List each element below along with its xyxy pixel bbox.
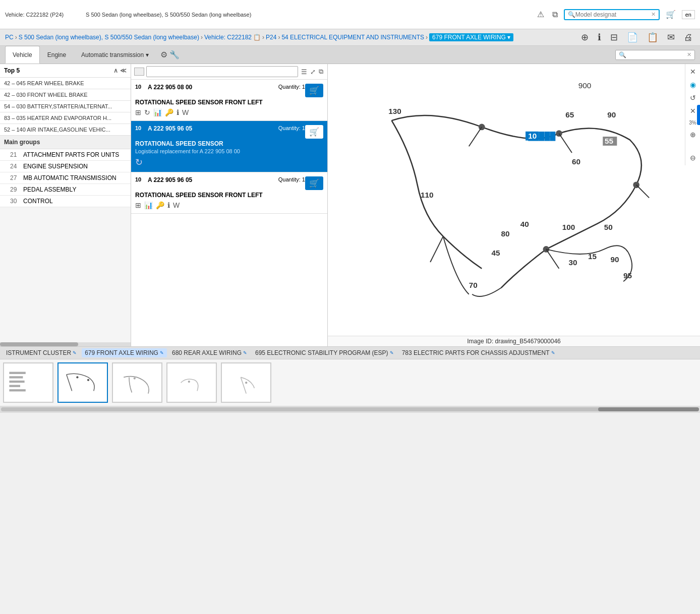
part-2-num: A 222 905 96 05 <box>148 176 278 183</box>
part-0-info-icon[interactable]: ℹ <box>177 108 179 116</box>
thumb-tab-3[interactable]: 695 ELECTRONIC STABILITY PROGRAM (ESP) ✎ <box>252 348 397 357</box>
thumb-tab-4-edit-icon[interactable]: ✎ <box>551 350 555 355</box>
clear-search-icon[interactable]: ✕ <box>651 11 656 18</box>
group-27[interactable]: 27 MB AUTOMATIC TRANSMISSION <box>0 172 131 184</box>
mail-icon[interactable]: ✉ <box>665 31 677 44</box>
part-0-wis-icon[interactable]: W <box>182 108 189 116</box>
part-0-cart-btn[interactable]: 🛒 <box>305 84 323 97</box>
parts-checkbox[interactable] <box>134 68 144 76</box>
part-0-grid-icon[interactable]: ⊞ <box>135 108 141 116</box>
diagram-panel: ✕ ◉ ↺ ✕ 3% ⊕ ⊖ <box>328 64 700 346</box>
copy-icon[interactable]: ⧉ <box>550 9 560 20</box>
group-24[interactable]: 24 ENGINE SUSPENSION <box>0 161 131 172</box>
part-2-grid-icon[interactable]: ⊞ <box>135 201 141 209</box>
sidebar-item-1[interactable]: 42 – 030 FRONT WHEEL BRAKE <box>0 89 131 101</box>
image-id-bar: Image ID: drawing_B54679000046 <box>328 336 700 346</box>
part-0-refresh-icon[interactable]: ↻ <box>144 108 150 116</box>
part-2-wis-icon[interactable]: W <box>173 201 180 209</box>
part-0-chart-icon[interactable]: 📊 <box>153 108 162 116</box>
crosshair-icon[interactable]: ✕ <box>688 105 697 116</box>
group-21-label: ATTACHMENT PARTS FOR UNITS <box>23 151 119 158</box>
tools-icon[interactable]: 🔧 <box>169 50 180 59</box>
thumb-tab-1-edit-icon[interactable]: ✎ <box>160 350 164 355</box>
thumb-tab-1[interactable]: 679 FRONT AXLE WIRING ✎ <box>82 348 167 357</box>
breadcrumb-679[interactable]: 679 FRONT AXLE WIRING ▾ <box>429 33 513 41</box>
tab-vehicle[interactable]: Vehicle <box>5 46 40 64</box>
thumb-tab-0-edit-icon[interactable]: ✎ <box>73 350 77 355</box>
breadcrumb-vehicle[interactable]: Vehicle: C222182 <box>204 34 252 41</box>
svg-rect-33 <box>9 385 20 387</box>
info-icon[interactable]: ℹ <box>596 31 603 44</box>
thumb-tab-2[interactable]: 680 REAR AXLE WIRING ✎ <box>169 348 250 357</box>
expand-icon[interactable]: ⤢ <box>309 67 317 77</box>
part-1-refresh-icon[interactable]: ↻ <box>135 157 143 168</box>
model-search-input[interactable] <box>575 11 651 18</box>
part-item-1[interactable]: 10 A 222 905 96 05 Quantity: 1 🛒 ROTATIO… <box>131 121 327 172</box>
part-item-2[interactable]: 10 A 222 905 96 05 Quantity: 1 🛒 ROTATIO… <box>131 172 327 214</box>
breadcrumb-54[interactable]: 54 ELECTRICAL EQUIPMENT AND INSTRUMENTS <box>281 34 424 41</box>
thumbnail-4[interactable] <box>221 362 271 403</box>
part-2-cart-btn[interactable]: 🛒 <box>305 176 323 190</box>
breadcrumb-pc[interactable]: PC <box>5 34 14 41</box>
thumbnail-2[interactable] <box>112 362 162 403</box>
part-0-icons: ⊞ ↻ 📊 🔑 ℹ W <box>135 108 323 116</box>
thumbnail-1[interactable] <box>57 362 108 403</box>
group-30[interactable]: 30 CONTROL <box>0 196 131 207</box>
svg-text:70: 70 <box>469 281 478 289</box>
warning-icon[interactable]: ⚠ <box>535 9 546 20</box>
copy-panel-icon[interactable]: ⧉ <box>318 67 324 77</box>
sidebar-item-0[interactable]: 42 – 045 REAR WHEEL BRAKE <box>0 78 131 89</box>
part-2-chart-icon[interactable]: 📊 <box>144 201 153 209</box>
sidebar-item-4[interactable]: 52 – 140 AIR INTAKE,GASOLINE VEHIC... <box>0 124 131 136</box>
zoom-plus-icon[interactable]: ⊕ <box>688 129 697 140</box>
breadcrumb-p24[interactable]: P24 <box>266 34 276 41</box>
settings-icon[interactable]: ⚙ <box>160 50 167 59</box>
document-icon[interactable]: 📄 <box>625 31 640 44</box>
cart-icon[interactable]: 🛒 <box>664 9 678 20</box>
tab-search-box[interactable]: 🔍 ✕ <box>615 50 695 60</box>
thumb-tab-4[interactable]: 783 ELECTRIC PARTS FOR CHASSIS ADJUSTMEN… <box>399 348 558 357</box>
print-icon[interactable]: 🖨 <box>682 31 695 44</box>
collapse-up-icon[interactable]: ∧ <box>113 67 118 74</box>
filter-icon[interactable]: ⊟ <box>608 31 620 44</box>
history-icon[interactable]: ↺ <box>688 92 697 103</box>
tab-search-input[interactable] <box>626 51 687 58</box>
circle-icon[interactable]: ◉ <box>688 79 697 90</box>
parts-search-input[interactable] <box>146 66 298 77</box>
svg-point-36 <box>87 379 89 381</box>
group-21[interactable]: 21 ATTACHMENT PARTS FOR UNITS <box>0 149 131 161</box>
collapse-buttons[interactable]: ∧ ≪ <box>113 67 127 74</box>
close-diagram-icon[interactable]: ✕ <box>688 66 697 77</box>
sidebar-item-2[interactable]: 54 – 030 BATTERY,STARTER/ALTERNAT... <box>0 101 131 112</box>
thumbnail-3[interactable] <box>166 362 217 403</box>
wis-icon[interactable]: 📋 <box>645 31 660 44</box>
tab-engine[interactable]: Engine <box>40 46 74 64</box>
bottom-scrollbar[interactable] <box>0 406 700 413</box>
thumbnail-0[interactable] <box>3 362 53 403</box>
part-0-key-icon[interactable]: 🔑 <box>165 108 173 116</box>
tab-automatic-transmission[interactable]: Automatic transmission ▾ <box>74 46 156 64</box>
tag-icon[interactable]: 3% <box>687 118 697 127</box>
parts-list: 10 A 222 905 08 00 Quantity: 1 🛒 ROTATIO… <box>131 80 327 346</box>
thumb-tab-0[interactable]: ISTRUMENT CLUSTER ✎ <box>3 348 80 357</box>
part-1-cart-btn[interactable]: 🛒 <box>305 125 323 139</box>
language-selector[interactable]: en <box>682 10 695 19</box>
part-2-info-icon[interactable]: ℹ <box>167 201 170 209</box>
sidebar-scrollbar[interactable] <box>0 342 131 346</box>
model-search-box[interactable]: 🔍 ✕ <box>564 9 660 20</box>
zoom-minus-icon[interactable]: ⊖ <box>688 152 697 163</box>
thumb-tab-3-edit-icon[interactable]: ✎ <box>390 350 394 355</box>
part-2-key-icon[interactable]: 🔑 <box>156 201 164 209</box>
copy-vehicle-icon[interactable]: 📋 <box>253 34 261 41</box>
list-view-icon[interactable]: ☰ <box>300 67 308 77</box>
zoom-in-icon[interactable]: ⊕ <box>579 31 591 44</box>
tab-search-clear[interactable]: ✕ <box>687 51 691 58</box>
part-item-0[interactable]: 10 A 222 905 08 00 Quantity: 1 🛒 ROTATIO… <box>131 80 327 121</box>
diagram-svg: 130 65 90 █████ 10 55 60 110 80 40 45 10… <box>346 69 681 314</box>
sidebar: Top 5 ∧ ≪ 42 – 045 REAR WHEEL BRAKE 42 –… <box>0 64 131 346</box>
sidebar-item-3[interactable]: 83 – 035 HEATER AND EVAPORATOR H... <box>0 112 131 124</box>
collapse-double-icon[interactable]: ≪ <box>120 67 127 74</box>
thumb-tab-2-edit-icon[interactable]: ✎ <box>243 350 247 355</box>
breadcrumb-model[interactable]: S 500 Sedan (long wheelbase), S 500/550 … <box>19 34 199 41</box>
group-29[interactable]: 29 PEDAL ASSEMBLY <box>0 184 131 196</box>
